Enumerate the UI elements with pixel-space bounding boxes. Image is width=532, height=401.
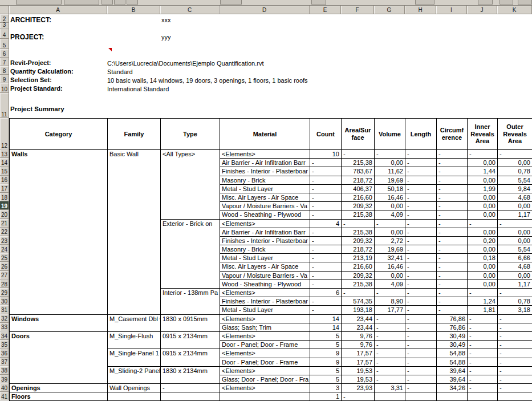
table-cell[interactable]: <All Types> bbox=[161, 150, 220, 220]
table-cell[interactable]: - bbox=[405, 150, 437, 159]
table-cell[interactable]: - bbox=[437, 271, 468, 280]
table-cell[interactable]: - bbox=[468, 323, 498, 331]
row-header-16[interactable]: 16 bbox=[0, 176, 9, 184]
table-cell[interactable]: 0,00 bbox=[468, 202, 498, 210]
table-cell[interactable]: - bbox=[375, 366, 405, 375]
table-cell[interactable]: - bbox=[310, 245, 342, 254]
table-cell[interactable]: Vapour / Moisture Barriers - Va bbox=[220, 271, 310, 280]
table-cell[interactable]: Misc. Air Layers - Air Space bbox=[220, 193, 310, 201]
table-cell[interactable]: 10 bbox=[310, 150, 342, 159]
table-cell[interactable]: 3,18 bbox=[498, 306, 532, 314]
row-header-7[interactable]: 7 bbox=[0, 58, 9, 66]
table-cell[interactable]: Openings bbox=[10, 384, 108, 392]
table-cell[interactable]: 0,00 bbox=[498, 228, 532, 236]
table-cell[interactable]: - bbox=[468, 341, 498, 349]
table-cell[interactable]: 0,00 bbox=[375, 202, 405, 210]
table-cell[interactable]: - bbox=[310, 228, 342, 236]
table-cell[interactable]: 19,53 bbox=[342, 366, 375, 375]
table-cell[interactable]: 76,86 bbox=[437, 323, 468, 331]
column-header-F[interactable]: F bbox=[341, 6, 374, 14]
table-cell[interactable]: - bbox=[405, 280, 437, 288]
table-cell[interactable]: - bbox=[375, 289, 405, 297]
table-cell[interactable]: Air Barrier - Air Infiltration Barr bbox=[220, 159, 310, 167]
table-cell[interactable]: 209,32 bbox=[342, 236, 375, 245]
table-cell[interactable]: Finishes - Interior - Plasterboar bbox=[220, 297, 310, 306]
table-cell[interactable]: - bbox=[437, 228, 468, 236]
table-cell[interactable]: - bbox=[498, 358, 532, 366]
row-header-36[interactable]: 36 bbox=[0, 349, 9, 357]
table-cell[interactable]: 3,31 bbox=[375, 384, 405, 392]
row-header-34[interactable]: 34 bbox=[0, 331, 9, 340]
cell-revit-project-label[interactable]: Revit-Project: bbox=[10, 59, 51, 66]
table-cell[interactable]: - bbox=[310, 167, 342, 176]
table-cell[interactable]: Glass; Sash; Trim bbox=[220, 323, 310, 331]
row-header-23[interactable]: 23 bbox=[0, 236, 9, 245]
table-cell[interactable]: 0,20 bbox=[468, 236, 498, 245]
table-cell[interactable] bbox=[437, 392, 468, 401]
column-header-B[interactable]: B bbox=[107, 6, 160, 14]
table-cell[interactable]: - bbox=[498, 375, 532, 383]
table-cell[interactable]: - bbox=[405, 349, 437, 358]
table-cell[interactable]: 0,00 bbox=[375, 271, 405, 280]
table-cell[interactable]: 0,00 bbox=[468, 280, 498, 288]
table-cell[interactable]: 5 bbox=[310, 375, 342, 383]
row-header-28[interactable]: 28 bbox=[0, 280, 9, 288]
row-header-39[interactable]: 39 bbox=[0, 375, 9, 383]
cell-revit-project-value[interactable]: C:\Users\Lucrecia\Documents\Ejemplo Quan… bbox=[107, 60, 264, 67]
table-cell[interactable]: 17,57 bbox=[342, 358, 375, 366]
table-cell[interactable]: - bbox=[405, 236, 437, 245]
table-cell[interactable]: 1,17 bbox=[498, 210, 532, 219]
table-cell[interactable]: Metal - Stud Layer bbox=[220, 184, 310, 193]
table-cell[interactable]: 9 bbox=[310, 358, 342, 366]
row-header-3[interactable]: 3 bbox=[0, 23, 9, 29]
row-header-37[interactable]: 37 bbox=[0, 358, 9, 366]
table-cell[interactable]: <Elements> bbox=[220, 150, 310, 159]
table-cell[interactable]: - bbox=[405, 341, 437, 349]
table-cell[interactable]: Windows bbox=[10, 314, 108, 331]
table-cell[interactable]: - bbox=[468, 349, 498, 358]
row-header-11[interactable]: 11 bbox=[0, 93, 9, 118]
table-cell[interactable]: 0,00 bbox=[468, 193, 498, 201]
table-cell[interactable]: <Elements> bbox=[220, 289, 310, 297]
table-cell[interactable]: Interior - 138mm Pa bbox=[161, 289, 220, 315]
table-cell[interactable]: - bbox=[405, 193, 437, 201]
table-cell[interactable]: - bbox=[310, 159, 342, 167]
table-cell[interactable]: 218,72 bbox=[342, 245, 375, 254]
table-cell[interactable]: 4 bbox=[310, 219, 342, 228]
table-cell[interactable]: 16,46 bbox=[375, 193, 405, 201]
table-header-col-H[interactable]: Length bbox=[405, 119, 437, 150]
table-cell[interactable]: Doors bbox=[10, 331, 108, 383]
table-cell[interactable]: 215,38 bbox=[342, 228, 375, 236]
table-cell[interactable]: Glass; Door - Panel; Door - Fra bbox=[220, 375, 310, 383]
table-cell[interactable]: 783,67 bbox=[342, 167, 375, 176]
table-cell[interactable]: - bbox=[468, 331, 498, 340]
table-cell[interactable]: - bbox=[405, 297, 437, 306]
table-cell[interactable] bbox=[161, 392, 220, 401]
row-header-6[interactable]: 6 bbox=[0, 49, 9, 58]
cell-selection-set-label[interactable]: Selection Set: bbox=[10, 76, 52, 83]
row-header-5[interactable]: 5 bbox=[0, 39, 9, 49]
table-cell[interactable]: 1,44 bbox=[468, 167, 498, 176]
table-cell[interactable]: 17,57 bbox=[342, 349, 375, 358]
table-cell[interactable]: - bbox=[498, 366, 532, 375]
table-cell[interactable]: - bbox=[310, 202, 342, 210]
table-cell[interactable]: - bbox=[310, 193, 342, 201]
table-cell[interactable]: - bbox=[405, 228, 437, 236]
table-cell[interactable]: 19,53 bbox=[342, 375, 375, 383]
table-cell[interactable] bbox=[405, 392, 437, 401]
table-cell[interactable]: 16,46 bbox=[375, 262, 405, 271]
table-cell[interactable]: 9,84 bbox=[498, 184, 532, 193]
table-cell[interactable]: - bbox=[437, 289, 468, 297]
column-header-H[interactable]: H bbox=[405, 6, 436, 14]
table-cell[interactable]: 0915 x 2134mm bbox=[161, 349, 220, 366]
table-cell[interactable]: - bbox=[437, 193, 468, 201]
table-cell[interactable]: - bbox=[310, 210, 342, 219]
row-header-15[interactable]: 15 bbox=[0, 167, 9, 175]
table-cell[interactable]: 4,09 bbox=[375, 210, 405, 219]
row-header-24[interactable]: 24 bbox=[0, 245, 9, 253]
cell-project-standard-value[interactable]: International Standard bbox=[107, 86, 169, 92]
table-cell[interactable]: - bbox=[468, 150, 498, 159]
table-cell[interactable]: Floors bbox=[10, 392, 108, 401]
cell-quantity-calculation-value[interactable]: Standard bbox=[107, 68, 133, 75]
table-cell[interactable]: Basic Wall bbox=[108, 150, 161, 315]
